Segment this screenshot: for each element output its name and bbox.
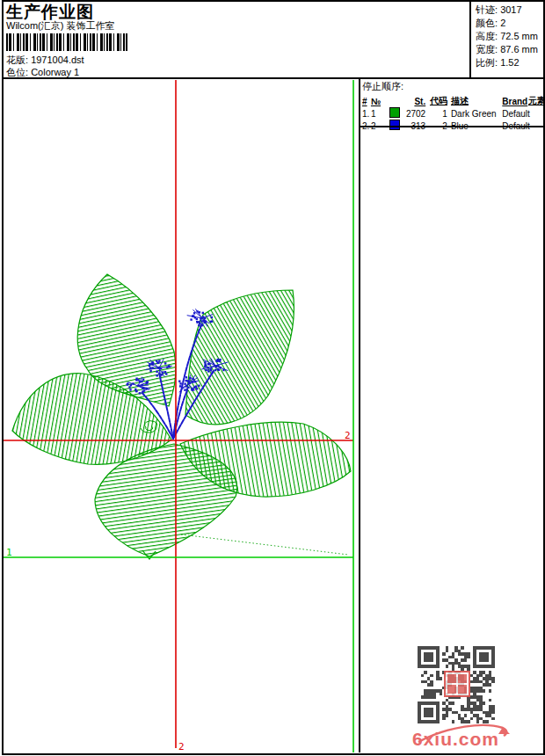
flower-leaves <box>12 274 351 559</box>
watermark-site: 6xiu.com <box>412 729 499 750</box>
red-h-end-label: 2 <box>345 430 351 441</box>
leaf-top-right <box>185 290 294 425</box>
red-seal-stamp <box>444 671 470 697</box>
red-v-end-label: 2 <box>178 741 185 752</box>
embroidery-design-canvas: 1 2 2 <box>0 0 545 756</box>
travel-stitch-line <box>181 534 348 555</box>
production-worksheet: 生产作业图 Wilcom(汇京) 装饰工作室 花版: 1971004.dst 色… <box>0 0 545 756</box>
origin-marker-label: 1 <box>6 547 12 558</box>
